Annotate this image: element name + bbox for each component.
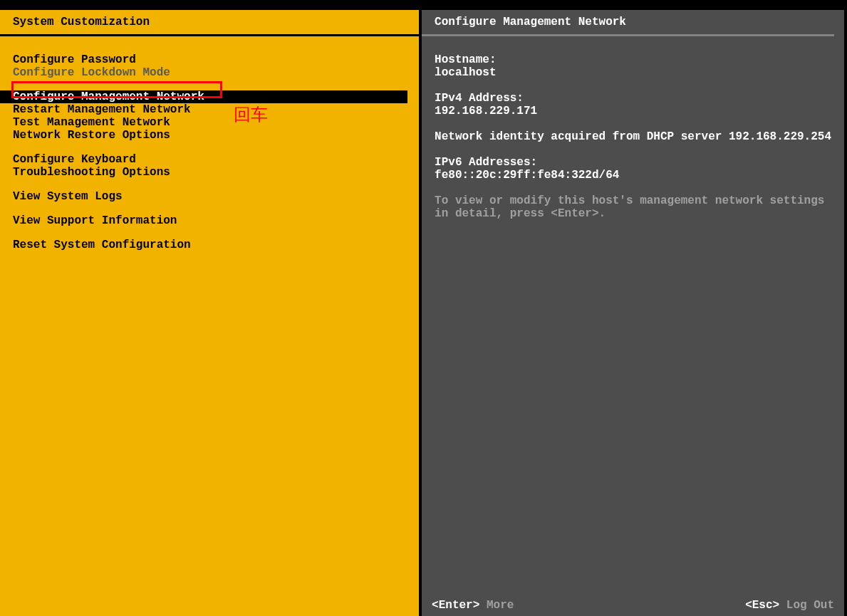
right-panel-content: Hostname: localhost IPv4 Address: 192.16… [422, 36, 844, 596]
menu-group: View System Logs [0, 190, 419, 203]
left-panel: System Customization Configure Password … [0, 3, 419, 616]
menu-test-management-network[interactable]: Test Management Network [0, 116, 419, 129]
right-panel-title: Configure Management Network [422, 10, 834, 36]
scrollbar[interactable] [844, 10, 847, 616]
enter-key-label: <Enter> [432, 599, 479, 612]
footer-right: <Esc> Log Out [745, 599, 834, 612]
menu-group: Configure Keyboard Troubleshooting Optio… [0, 153, 419, 179]
dcui-container: System Customization Configure Password … [0, 0, 847, 616]
footer-bar: <Enter> More <Esc> Log Out [422, 596, 844, 616]
menu-network-restore-options[interactable]: Network Restore Options [0, 129, 419, 142]
esc-key-label: <Esc> [745, 599, 779, 612]
ipv6-value: fe80::20c:29ff:fe84:322d/64 [435, 169, 619, 182]
menu-view-support-information[interactable]: View Support Information [0, 214, 419, 227]
menu-configure-keyboard[interactable]: Configure Keyboard [0, 153, 419, 166]
hostname-block: Hostname: localhost [435, 53, 831, 79]
menu-group: Reset System Configuration [0, 239, 419, 251]
menu-configure-management-network[interactable]: Configure Management Network [0, 90, 407, 103]
ipv4-block: IPv4 Address: 192.168.229.171 [435, 92, 831, 118]
menu-reset-system-configuration[interactable]: Reset System Configuration [0, 239, 419, 251]
dhcp-block: Network identity acquired from DHCP serv… [435, 130, 831, 143]
esc-action-label: Log Out [786, 599, 834, 612]
hostname-value: localhost [435, 66, 496, 79]
menu-view-system-logs[interactable]: View System Logs [0, 190, 419, 203]
ipv4-label: IPv4 Address: [435, 92, 524, 105]
menu-group: Configure Management Network Restart Man… [0, 90, 419, 142]
footer-left: <Enter> More [432, 599, 514, 612]
menu-configure-password[interactable]: Configure Password [0, 53, 419, 66]
left-panel-title: System Customization [0, 10, 419, 36]
menu-troubleshooting-options[interactable]: Troubleshooting Options [0, 166, 419, 179]
enter-action-label: More [487, 599, 514, 612]
menu-group: View Support Information [0, 214, 419, 227]
menu-restart-management-network[interactable]: Restart Management Network [0, 103, 419, 116]
right-panel: Configure Management Network Hostname: l… [419, 3, 844, 616]
menu-group: Configure Password Configure Lockdown Mo… [0, 53, 419, 79]
menu-configure-lockdown-mode: Configure Lockdown Mode [0, 66, 419, 79]
instruction-hint: To view or modify this host's management… [435, 194, 831, 220]
hostname-label: Hostname: [435, 53, 496, 66]
ipv6-label: IPv6 Addresses: [435, 156, 537, 169]
left-panel-content: Configure Password Configure Lockdown Mo… [0, 36, 419, 616]
dhcp-line: Network identity acquired from DHCP serv… [435, 130, 831, 143]
ipv4-value: 192.168.229.171 [435, 105, 537, 118]
ipv6-block: IPv6 Addresses: fe80::20c:29ff:fe84:322d… [435, 156, 831, 182]
